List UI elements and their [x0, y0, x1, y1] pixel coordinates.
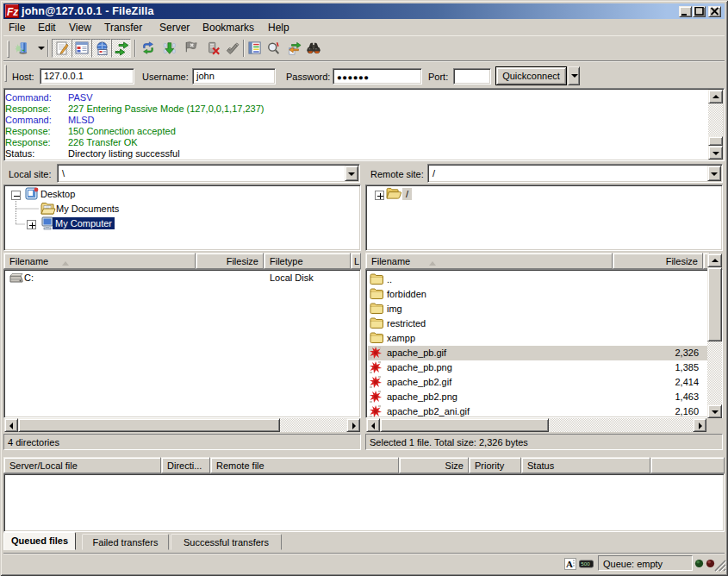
- svg-text:500: 500: [581, 560, 590, 567]
- svg-text:Fz: Fz: [7, 6, 18, 18]
- svg-text:A: A: [566, 559, 573, 569]
